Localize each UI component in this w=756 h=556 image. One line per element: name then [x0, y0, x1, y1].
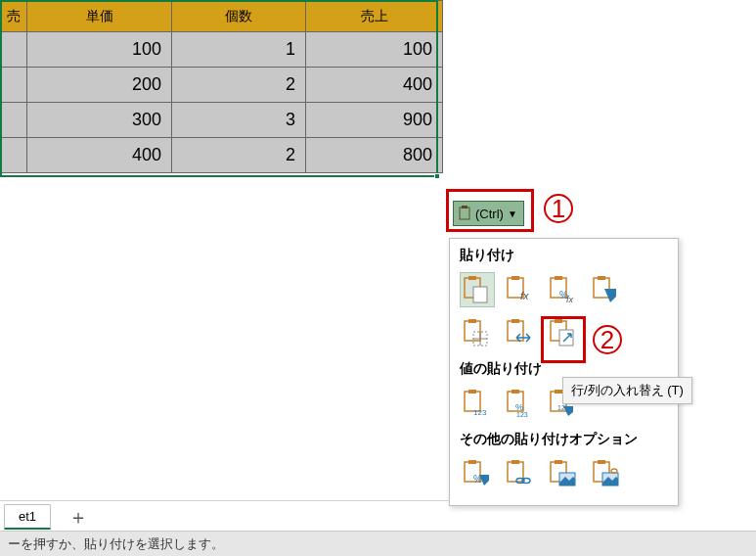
clipboard-icon [458, 206, 471, 221]
table-row: 300 3 900 [1, 103, 443, 138]
svg-text:fx: fx [566, 295, 574, 304]
header-cell[interactable]: 個数 [172, 1, 306, 32]
svg-rect-1 [462, 206, 467, 208]
paste-options-button[interactable]: (Ctrl) ▼ [453, 201, 524, 226]
svg-rect-22 [555, 319, 562, 323]
header-cell[interactable]: 売 [1, 1, 27, 32]
paste-values-icon[interactable]: 123 [460, 386, 495, 421]
cell[interactable]: 2 [172, 68, 306, 103]
cell[interactable]: 100 [306, 32, 443, 68]
cell[interactable] [1, 138, 27, 173]
cell[interactable]: 3 [172, 103, 306, 138]
section-title-other: その他の貼り付けオプション [450, 427, 678, 454]
tooltip: 行/列の入れ替え (T) [562, 377, 692, 404]
status-bar: ーを押すか、貼り付けを選択します。 [0, 531, 756, 556]
header-cell[interactable]: 売上 [306, 1, 443, 32]
spreadsheet-table[interactable]: 売 単価 個数 売上 100 1 100 200 2 400 300 3 900… [0, 0, 443, 173]
svg-rect-25 [468, 390, 476, 394]
svg-text:123: 123 [516, 411, 528, 418]
paste-keep-source-formatting-icon[interactable] [589, 272, 624, 307]
section-title-paste: 貼り付け [450, 243, 678, 270]
header-cell[interactable]: 単価 [27, 1, 172, 32]
cell[interactable]: 400 [27, 138, 172, 173]
paste-no-borders-icon[interactable] [460, 315, 495, 350]
paste-options-label: (Ctrl) [475, 207, 504, 221]
cell[interactable]: 2 [172, 138, 306, 173]
paste-linked-picture-icon[interactable] [589, 456, 624, 491]
svg-rect-13 [598, 276, 605, 280]
cell[interactable]: 400 [306, 68, 443, 103]
paste-formulas-icon[interactable]: fx [503, 272, 538, 307]
svg-text:fx: fx [520, 290, 529, 301]
paste-values-number-formatting-icon[interactable]: %123 [503, 386, 538, 421]
svg-rect-32 [555, 390, 562, 394]
paste-formulas-number-formatting-icon[interactable]: %fx [546, 272, 581, 307]
paste-keep-column-widths-icon[interactable] [503, 315, 538, 350]
paste-transpose-icon[interactable] [546, 315, 581, 350]
svg-text:123: 123 [473, 408, 487, 417]
svg-rect-3 [468, 276, 476, 280]
table-row: 400 2 800 [1, 138, 443, 173]
svg-rect-4 [473, 287, 487, 302]
fill-handle[interactable] [434, 173, 440, 179]
svg-rect-28 [511, 390, 519, 394]
chevron-down-icon: ▼ [508, 208, 517, 219]
cell[interactable]: 1 [172, 32, 306, 68]
paste-options-menu: 貼り付け fx %fx 値の貼り付け 123 %123 [449, 238, 679, 506]
svg-rect-15 [468, 319, 476, 323]
cell[interactable]: 900 [306, 103, 443, 138]
svg-rect-0 [460, 208, 469, 219]
cell[interactable]: 100 [27, 32, 172, 68]
svg-text:12: 12 [557, 404, 565, 411]
cell[interactable] [1, 103, 27, 138]
cell[interactable]: 800 [306, 138, 443, 173]
svg-rect-14 [465, 321, 480, 341]
svg-rect-20 [511, 319, 519, 323]
table-row: 200 2 400 [1, 68, 443, 103]
svg-rect-38 [511, 460, 519, 464]
paste-all-icon[interactable] [460, 272, 495, 307]
svg-rect-35 [468, 460, 476, 464]
paste-link-icon[interactable] [503, 456, 538, 491]
svg-rect-45 [598, 460, 605, 464]
annotation-number-1: 1 [544, 194, 573, 223]
cell[interactable] [1, 32, 27, 68]
svg-rect-42 [555, 460, 562, 464]
cell[interactable] [1, 68, 27, 103]
svg-rect-9 [555, 276, 562, 280]
annotation-number-2: 2 [593, 325, 622, 354]
svg-rect-6 [511, 276, 519, 280]
sheet-tab[interactable]: et1 [4, 504, 51, 530]
cell[interactable]: 200 [27, 68, 172, 103]
paste-picture-icon[interactable] [546, 456, 581, 491]
cell[interactable]: 300 [27, 103, 172, 138]
sheet-tab-strip: et1 ＋ [0, 500, 450, 530]
svg-point-47 [611, 469, 617, 473]
table-row: 100 1 100 [1, 32, 443, 68]
new-sheet-button[interactable]: ＋ [55, 504, 102, 530]
paste-formatting-icon[interactable]: % [460, 456, 495, 491]
